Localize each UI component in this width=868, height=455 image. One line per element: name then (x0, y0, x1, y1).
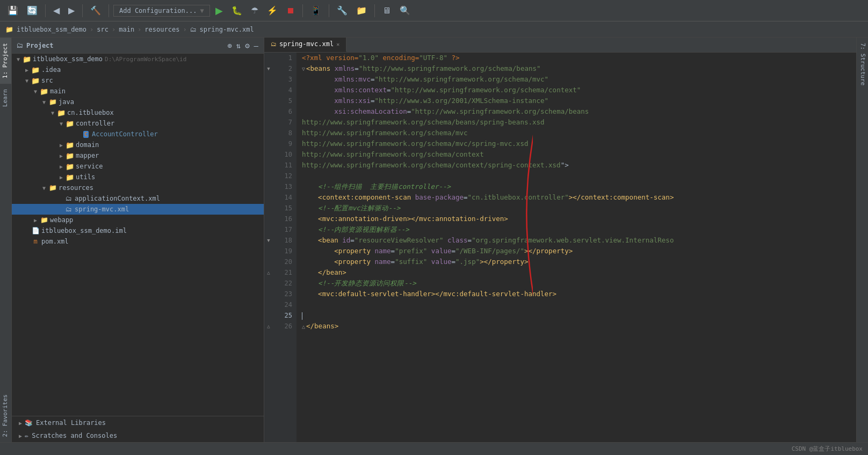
run-button[interactable]: ▶ (212, 3, 226, 19)
fold-26[interactable]: △ (267, 324, 270, 329)
gutter-2: ▼ (264, 63, 273, 74)
extlib-arrow: ▶ (16, 419, 25, 427)
save-all-button[interactable]: 💾 (4, 3, 21, 18)
back-button[interactable]: ◀ (50, 3, 63, 18)
tree-controller[interactable]: ▼ 📁 controller (12, 118, 264, 129)
code-line-15: <!--配置mvc注解驱动--> (302, 203, 856, 214)
breadcrumb-resources[interactable]: resources (144, 26, 179, 33)
stop-button[interactable]: ⏹ (283, 4, 298, 18)
code-line-10: http://www.springframework.org/schema/co… (302, 149, 856, 160)
debug-button[interactable]: 🐛 (228, 3, 245, 18)
src-folder-icon: 📁 (31, 76, 40, 85)
breadcrumb-src[interactable]: src (97, 26, 108, 33)
settings-icon[interactable]: ⚙ (244, 40, 250, 51)
tree-pom[interactable]: ▶ m pom.xml (12, 236, 264, 247)
tree-src[interactable]: ▼ 📁 src (12, 75, 264, 86)
ln-19: 19 (273, 246, 296, 256)
tree-resources[interactable]: ▼ 📁 resources (12, 182, 264, 193)
java-folder-icon: 📁 (48, 98, 57, 106)
tree-cn[interactable]: ▼ 📁 cn.itbluebox (12, 107, 264, 118)
project-panel: 🗂 Project ⊕ ⇅ ⚙ — ▼ 📁 itbluebox_ssm_demo… (12, 38, 264, 442)
favorites-tab[interactable]: 2: Favorites (0, 389, 11, 442)
ln-2: 2 (273, 63, 296, 74)
tree-mapper[interactable]: ▶ 📁 mapper (12, 150, 264, 161)
project-structure-button[interactable]: 📁 (353, 3, 370, 18)
code-line-19: <property name="prefix" value="/WEB-INF/… (302, 246, 856, 256)
breadcrumb-root[interactable]: itbluebox_ssm_demo (17, 26, 86, 33)
mapper-folder-icon: 📁 (66, 151, 74, 160)
tab-close-btn[interactable]: ✕ (336, 41, 339, 47)
external-libraries-item[interactable]: ▶ 📚 External Libraries (12, 416, 264, 429)
gutter-3 (264, 74, 273, 85)
code-line-24 (302, 299, 856, 310)
code-line-14: <context:component-scan base-package="cn… (302, 192, 856, 203)
tree-domain[interactable]: ▶ 📁 domain (12, 140, 264, 150)
separator (45, 4, 46, 17)
tree-spring-mvc[interactable]: ▶ 🗂 spring-mvc.xml (12, 204, 264, 215)
profile-button[interactable]: ⚡ (264, 3, 281, 18)
config-selector[interactable]: Add Configuration... ▼ (113, 5, 210, 17)
learn-tab[interactable]: Learn (0, 84, 11, 112)
tree-root[interactable]: ▼ 📁 itbluebox_ssm_demo D:\AProgramWorkSp… (12, 54, 264, 64)
project-tab[interactable]: 1: Project (0, 38, 11, 84)
code-line-22: <!--开发静态资源访问权限--> (302, 278, 856, 289)
scroll-to-icon[interactable]: ⇅ (235, 40, 242, 51)
ln-1: 1 (273, 53, 296, 63)
editor-area: 🗂 spring-mvc.xml ✕ ▼ (264, 38, 856, 442)
webapp-label: webapp (50, 216, 73, 224)
resources-folder-icon: 📁 (48, 184, 57, 192)
gutter-12 (264, 171, 273, 181)
add-content-icon[interactable]: ⊕ (226, 40, 233, 51)
mapper-label: mapper (76, 152, 99, 159)
breadcrumb-file[interactable]: spring-mvc.xml (200, 26, 254, 33)
gutter: ▼ ▼ (264, 53, 273, 442)
ln-14: 14 (273, 192, 296, 203)
breadcrumb-main[interactable]: main (119, 26, 134, 33)
line1-content: <?xml version= (302, 54, 358, 62)
fold-2[interactable]: ▼ (267, 66, 270, 71)
tree-service[interactable]: ▶ 📁 service (12, 161, 264, 172)
sep3: › (138, 26, 141, 33)
build-button[interactable]: 🔨 (87, 3, 104, 18)
ln-12: 12 (273, 171, 296, 181)
scratches-item[interactable]: ▶ ✏️ Scratches and Consoles (12, 429, 264, 442)
ln-7: 7 (273, 117, 296, 128)
gutter-5 (264, 96, 273, 106)
minimize-icon[interactable]: — (253, 40, 259, 51)
spring-mvc-tab[interactable]: 🗂 spring-mvc.xml ✕ (264, 38, 346, 52)
tree-iml[interactable]: ▶ 📄 itbluebox_ssm_demo.iml (12, 225, 264, 236)
ln-18: 18 (273, 235, 296, 246)
main-arrow: ▼ (31, 87, 40, 96)
sync-button[interactable]: 🔄 (24, 3, 41, 18)
gutter-19 (264, 246, 273, 256)
structure-tab[interactable]: 7: Structure (857, 38, 868, 91)
search-button[interactable]: 🔍 (396, 3, 414, 18)
panel-bottom: ▶ 📚 External Libraries ▶ ✏️ Scratches an… (12, 416, 264, 442)
settings-button[interactable]: 🔧 (334, 3, 351, 18)
tree-main[interactable]: ▼ 📁 main (12, 86, 264, 97)
mvc-icon: 🗂 (64, 205, 73, 214)
tree-java[interactable]: ▼ 📁 java (12, 97, 264, 107)
root-folder-icon: 📁 (23, 55, 31, 63)
ln-8: 8 (273, 128, 296, 138)
tree-appctx[interactable]: ▶ 🗂 applicationContext.xml (12, 193, 264, 204)
ln-21: 21 (273, 267, 296, 278)
forward-button[interactable]: ▶ (65, 3, 78, 18)
tree-idea[interactable]: ▶ 📁 .idea (12, 64, 264, 75)
code-content[interactable]: <?xml version="1.0" encoding="UTF-8" ?> … (296, 53, 856, 442)
coverage-button[interactable]: ☂ (248, 3, 262, 18)
ln-4: 4 (273, 85, 296, 96)
tree-webapp[interactable]: ▶ 📁 webapp (12, 215, 264, 225)
ln-25: 25 (273, 310, 296, 321)
ln-11: 11 (273, 160, 296, 171)
tree-account-controller[interactable]: ▶ C AccountController (12, 129, 264, 140)
fold-21[interactable]: △ (267, 270, 270, 275)
tree-utils[interactable]: ▶ 📁 utils (12, 172, 264, 182)
device-button[interactable]: 📱 (307, 3, 324, 18)
controller-arrow: ▼ (57, 119, 66, 128)
service-folder-icon: 📁 (66, 162, 74, 171)
fold-18[interactable]: ▼ (267, 238, 270, 243)
monitor-button[interactable]: 🖥 (379, 4, 394, 18)
ln-15: 15 (273, 203, 296, 214)
code-line-16: <mvc:annotation-driven></mvc:annotation-… (302, 214, 856, 224)
